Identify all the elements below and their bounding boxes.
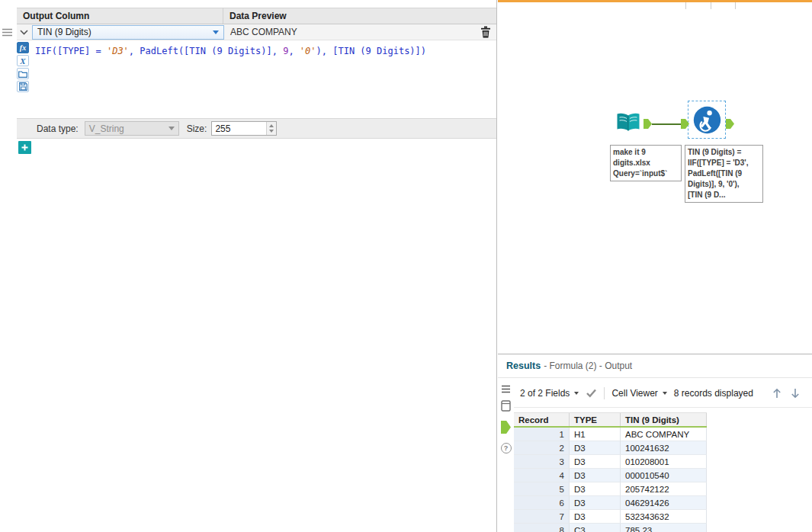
save-expression-button[interactable] bbox=[17, 81, 29, 92]
type-cell: D3 bbox=[570, 441, 621, 455]
output-column-value: TIN (9 Digits) bbox=[37, 27, 91, 37]
type-cell: H1 bbox=[570, 428, 621, 441]
drag-handle-icon[interactable] bbox=[2, 27, 13, 40]
output-anchor[interactable] bbox=[644, 119, 652, 129]
data-type-label: Data type: bbox=[37, 123, 79, 134]
spin-up-icon bbox=[269, 124, 274, 127]
book-icon bbox=[615, 111, 642, 135]
output-anchor-icon[interactable] bbox=[501, 421, 511, 434]
add-expression-button[interactable] bbox=[18, 141, 31, 154]
insert-variable-button[interactable]: X bbox=[17, 55, 29, 66]
saved-expressions-button[interactable] bbox=[17, 68, 29, 79]
data-preview-header: Data Preview bbox=[223, 8, 496, 24]
table-row[interactable]: 5D3205742122 bbox=[514, 482, 707, 496]
tool-annotation[interactable]: TIN (9 Digits) = IIF([TYPE] = 'D3', PadL… bbox=[685, 145, 763, 203]
record-cell: 5 bbox=[514, 482, 570, 496]
table-row[interactable]: 3D3010208001 bbox=[514, 455, 707, 469]
formula-tool-icon bbox=[693, 106, 721, 134]
expression-token: , bbox=[129, 46, 140, 56]
data-type-bar: Data type: V_String Size: bbox=[17, 118, 496, 139]
fields-dropdown-value: 2 of 2 Fields bbox=[520, 388, 570, 399]
help-icon[interactable]: ? bbox=[501, 443, 512, 453]
list-icon[interactable] bbox=[501, 385, 511, 393]
tab-separator bbox=[735, 2, 736, 9]
size-label: Size: bbox=[187, 123, 207, 134]
insert-function-button[interactable]: fx bbox=[17, 42, 29, 53]
chevron-down-icon bbox=[20, 30, 28, 35]
output-column-header: Output Column bbox=[17, 8, 223, 24]
canvas-tab-strip bbox=[498, 0, 812, 2]
records-displayed-text: 8 records displayed bbox=[674, 388, 753, 399]
expression-token: PadLeft bbox=[140, 46, 178, 56]
delete-expression-button[interactable] bbox=[480, 26, 491, 38]
table-row[interactable]: 8C3785.23 bbox=[514, 524, 707, 532]
record-cell: 3 bbox=[514, 455, 570, 469]
size-spinner[interactable] bbox=[266, 122, 276, 135]
scroll-controls bbox=[771, 387, 806, 399]
table-row[interactable]: 2D3100241632 bbox=[514, 441, 707, 455]
expression-token: 'D3' bbox=[107, 46, 129, 56]
type-cell: C3 bbox=[570, 524, 621, 532]
checkmark-icon[interactable] bbox=[586, 388, 597, 398]
up-arrow-icon[interactable] bbox=[771, 387, 783, 399]
fields-dropdown[interactable]: 2 of 2 Fields bbox=[520, 388, 579, 399]
expression-token: ([TYPE] = bbox=[52, 46, 107, 56]
record-cell: 2 bbox=[514, 441, 570, 455]
expression-token: , bbox=[288, 46, 299, 56]
expression-list-header: Output Column Data Preview bbox=[17, 8, 496, 24]
record-cell: 4 bbox=[514, 469, 570, 482]
tool-annotation[interactable]: make it 9 digits.xlsx Query=`input$` bbox=[610, 145, 682, 181]
results-side-rail: ? bbox=[498, 379, 514, 460]
new-window-icon[interactable] bbox=[501, 400, 511, 412]
dropdown-caret-icon bbox=[663, 392, 667, 395]
output-column-dropdown[interactable]: TIN (9 Digits) bbox=[32, 25, 224, 40]
workflow-canvas[interactable]: make it 9 digits.xlsx Query=`input$` TIN… bbox=[498, 0, 812, 354]
tin-cell: ABC COMPANY bbox=[621, 428, 707, 441]
type-cell: D3 bbox=[570, 455, 621, 469]
table-row[interactable]: 6D3046291426 bbox=[514, 496, 707, 510]
expression-row: TIN (9 Digits) ABC COMPANY bbox=[17, 24, 496, 40]
tin-cell: 785.23 bbox=[621, 524, 707, 532]
data-type-value: V_String bbox=[89, 123, 124, 134]
floppy-icon bbox=[19, 82, 27, 91]
tin-cell: 046291426 bbox=[621, 496, 707, 510]
tin-cell: 010208001 bbox=[621, 455, 707, 469]
type-cell: D3 bbox=[570, 510, 621, 524]
cell-viewer-label: Cell Viewer bbox=[611, 388, 657, 399]
results-title-bar: Results - Formula (2) - Output bbox=[498, 354, 812, 378]
results-grid-header: RecordTYPETIN (9 Digits) bbox=[514, 412, 707, 428]
record-cell: 6 bbox=[514, 496, 570, 510]
results-grid-body: 1H1ABC COMPANY2D31002416323D30102080014D… bbox=[514, 428, 707, 532]
collapse-expression-button[interactable] bbox=[17, 30, 30, 35]
tin-cell: 000010540 bbox=[621, 469, 707, 482]
table-row[interactable]: 7D3532343632 bbox=[514, 510, 707, 524]
expression-editor[interactable]: fx X IIF([TYPE] = 'D3', PadLeft([TIN (9 … bbox=[17, 40, 496, 118]
input-data-tool[interactable] bbox=[615, 111, 642, 137]
expression-token: ), [TIN (9 Digits)]) bbox=[316, 46, 427, 56]
table-row[interactable]: 1H1ABC COMPANY bbox=[514, 428, 707, 441]
table-row[interactable]: 4D3000010540 bbox=[514, 469, 707, 482]
type-cell: D3 bbox=[570, 496, 621, 510]
results-grid: RecordTYPETIN (9 Digits) 1H1ABC COMPANY2… bbox=[514, 412, 707, 532]
record-cell: 7 bbox=[514, 510, 570, 524]
tin-cell: 532343632 bbox=[621, 510, 707, 524]
cell-viewer-dropdown[interactable]: Cell Viewer bbox=[611, 388, 666, 399]
type-cell: D3 bbox=[570, 482, 621, 496]
formula-tool-configuration: Output Column Data Preview TIN (9 Digits… bbox=[0, 0, 497, 532]
spin-down-icon bbox=[269, 130, 274, 133]
column-header[interactable]: TYPE bbox=[570, 413, 621, 426]
dropdown-caret-icon bbox=[574, 392, 579, 395]
variable-icon: X bbox=[20, 56, 25, 66]
formula-tool[interactable] bbox=[693, 106, 721, 136]
column-header[interactable]: Record bbox=[514, 413, 570, 426]
dropdown-caret-icon bbox=[213, 30, 219, 34]
expression-code[interactable]: IIF([TYPE] = 'D3', PadLeft([TIN (9 Digit… bbox=[35, 46, 426, 56]
data-type-select: V_String bbox=[85, 121, 179, 136]
column-header[interactable]: TIN (9 Digits) bbox=[621, 413, 707, 426]
alteryx-designer-window: Output Column Data Preview TIN (9 Digits… bbox=[0, 0, 812, 532]
results-toolbar: 2 of 2 Fields Cell Viewer 8 records disp… bbox=[514, 379, 812, 408]
down-arrow-icon[interactable] bbox=[789, 387, 801, 399]
output-anchor[interactable] bbox=[726, 119, 734, 129]
tin-cell: 100241632 bbox=[621, 441, 707, 455]
expression-token: ([TIN (9 Digits)], bbox=[178, 46, 283, 56]
